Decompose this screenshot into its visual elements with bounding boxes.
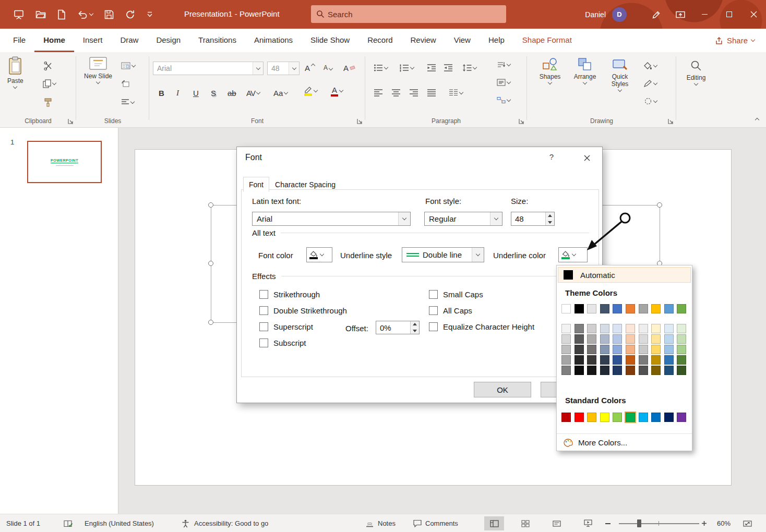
color-swatch[interactable] (600, 304, 609, 313)
equalize-character-height-checkbox[interactable]: Equalize Character Height (429, 322, 534, 331)
shape-fill-button[interactable] (644, 59, 657, 72)
shape-outline-button[interactable] (644, 77, 657, 90)
redo-button[interactable] (125, 9, 135, 19)
color-swatch[interactable] (574, 345, 584, 354)
decrease-indent-button[interactable] (427, 62, 436, 74)
subscript-checkbox[interactable]: Subscript (259, 338, 306, 347)
save-button[interactable] (104, 10, 114, 19)
color-swatch[interactable] (574, 304, 584, 313)
color-swatch[interactable] (664, 345, 674, 354)
color-swatch[interactable] (677, 355, 686, 365)
font-size-combo[interactable]: 48 (267, 62, 300, 75)
color-swatch[interactable] (587, 304, 596, 313)
highlight-color-button[interactable] (304, 84, 317, 97)
text-shadow-button[interactable]: S (211, 87, 216, 99)
layout-button[interactable] (121, 59, 135, 72)
color-swatch[interactable] (651, 345, 661, 354)
color-swatch[interactable] (626, 324, 635, 333)
color-swatch[interactable] (651, 355, 661, 365)
color-swatch[interactable] (561, 334, 571, 344)
color-swatch[interactable] (613, 355, 622, 365)
tab-slide-show[interactable]: Slide Show (302, 29, 358, 52)
ribbon-display-button[interactable] (668, 0, 692, 29)
color-swatch[interactable] (600, 413, 609, 422)
color-swatch[interactable] (677, 324, 686, 333)
color-swatch[interactable] (587, 345, 596, 354)
search-input[interactable]: Search (311, 5, 506, 23)
tab-animations[interactable]: Animations (245, 29, 302, 52)
zoom-out-button[interactable] (605, 514, 611, 532)
color-swatch[interactable] (651, 324, 661, 333)
color-swatch[interactable] (574, 355, 584, 365)
clipboard-dialog-launcher[interactable] (68, 118, 74, 124)
maximize-button[interactable] (717, 0, 741, 29)
font-style-combo[interactable]: Regular (424, 212, 502, 226)
color-swatch[interactable] (561, 324, 571, 333)
customize-qat-button[interactable] (147, 11, 153, 18)
color-swatch[interactable] (639, 366, 648, 375)
offset-spinner[interactable]: 0% (376, 321, 420, 334)
color-swatch[interactable] (651, 366, 661, 375)
color-swatch[interactable] (639, 413, 648, 422)
ok-button[interactable]: OK (474, 382, 531, 397)
superscript-checkbox[interactable]: Superscript (259, 322, 313, 331)
zoom-slider-thumb[interactable] (637, 519, 641, 527)
color-swatch[interactable] (626, 366, 635, 375)
shapes-button[interactable]: Shapes (535, 57, 565, 84)
color-swatch[interactable] (626, 304, 635, 313)
checkbox-box[interactable] (429, 290, 438, 299)
normal-view-button[interactable] (484, 516, 504, 530)
zoom-slider-track[interactable] (619, 523, 699, 524)
drawing-dialog-launcher[interactable] (668, 118, 674, 124)
slide-show-button[interactable] (578, 516, 598, 530)
color-swatch[interactable] (639, 304, 648, 313)
increase-indent-button[interactable] (444, 62, 453, 74)
latin-font-dropdown[interactable] (398, 212, 410, 225)
open-button[interactable] (35, 10, 46, 19)
font-size-dropdown[interactable] (289, 62, 299, 75)
underline-style-combo[interactable]: Double line (402, 247, 484, 262)
color-swatch[interactable] (651, 413, 661, 422)
accessibility-status[interactable]: Accessibility: Good to go (194, 514, 268, 532)
italic-button[interactable]: I (176, 87, 179, 99)
bold-button[interactable]: B (159, 87, 164, 99)
paragraph-dialog-launcher[interactable] (519, 118, 524, 124)
color-swatch[interactable] (626, 355, 635, 365)
resize-handle[interactable] (657, 202, 662, 208)
zoom-level[interactable]: 60% (717, 514, 731, 532)
fit-to-window-button[interactable] (743, 514, 752, 532)
color-swatch[interactable] (600, 355, 609, 365)
spell-check-button[interactable] (64, 514, 73, 532)
checkbox-box[interactable] (259, 290, 268, 299)
new-file-button[interactable] (57, 9, 66, 20)
checkbox-box[interactable] (259, 338, 268, 347)
format-painter-button[interactable] (44, 96, 52, 108)
size-up-button[interactable] (546, 212, 554, 219)
color-swatch[interactable] (613, 304, 622, 313)
tab-draw[interactable]: Draw (111, 29, 147, 52)
checkbox-box[interactable] (259, 306, 268, 315)
text-direction-button[interactable] (497, 58, 510, 71)
color-swatch[interactable] (587, 334, 596, 344)
comments-button[interactable]: Comments (413, 514, 458, 532)
color-swatch[interactable] (664, 366, 674, 375)
color-swatch[interactable] (561, 345, 571, 354)
color-swatch[interactable] (574, 334, 584, 344)
color-swatch[interactable] (613, 345, 622, 354)
close-button[interactable] (741, 0, 766, 29)
align-right-button[interactable] (409, 87, 418, 99)
strikethrough-checkbox[interactable]: Strikethrough (259, 290, 320, 299)
shape-effects-button[interactable] (644, 95, 657, 107)
character-spacing-button[interactable]: AV (246, 87, 260, 99)
new-slide-button[interactable]: New Slide (83, 56, 113, 83)
align-text-button[interactable] (497, 76, 510, 89)
slide-sorter-view-button[interactable] (516, 516, 535, 530)
align-left-button[interactable] (374, 87, 383, 99)
color-swatch[interactable] (639, 334, 648, 344)
resize-handle[interactable] (208, 261, 213, 266)
color-swatch[interactable] (561, 355, 571, 365)
language-indicator[interactable]: English (United States) (85, 514, 154, 532)
offset-up-button[interactable] (411, 321, 419, 328)
color-swatch[interactable] (639, 345, 648, 354)
color-swatch[interactable] (600, 334, 609, 344)
